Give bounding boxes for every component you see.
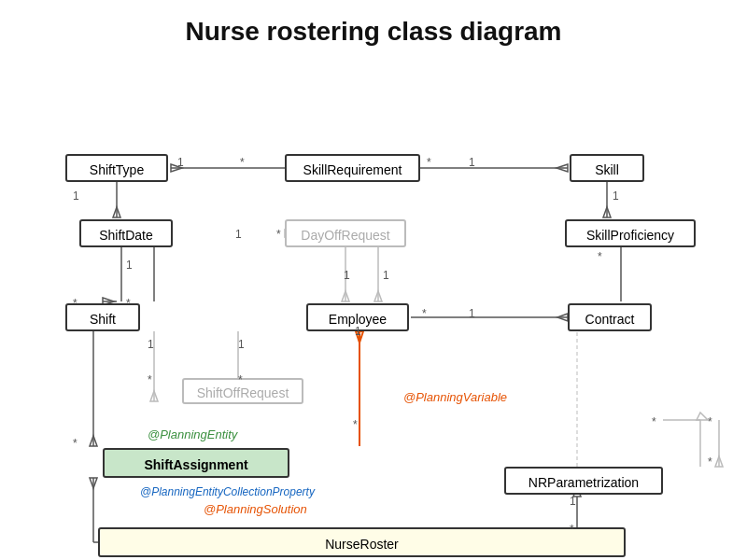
planning-variable-annotation: @PlanningVariable: [403, 390, 507, 404]
mult-9: 1: [235, 228, 242, 241]
svg-marker-3: [557, 164, 568, 172]
svg-marker-15: [342, 291, 349, 301]
mult-26: *: [708, 455, 712, 469]
planning-solution-annotation: @PlanningSolution: [204, 502, 307, 516]
svg-marker-39: [715, 456, 723, 467]
mult-24: *: [652, 415, 656, 428]
skillproficiency-box: SkillProficiency: [565, 219, 696, 247]
mult-17: *: [148, 373, 152, 386]
svg-marker-37: [697, 413, 708, 420]
planning-entity-annotation: @PlanningEntity: [148, 427, 237, 441]
mult-20: *: [353, 418, 358, 431]
mult-25: *: [708, 415, 712, 428]
nrparametrization-box: NRParametrization: [504, 467, 663, 495]
mult-1: 1: [177, 156, 184, 169]
shiftoffrequest-box: ShiftOffRequest: [182, 378, 303, 404]
mult-4: 1: [469, 156, 475, 169]
diagram-title: Nurse rostering class diagram: [0, 0, 747, 56]
svg-marker-34: [90, 478, 97, 488]
nurseroster-box: NurseRoster: [98, 527, 626, 557]
mult-27: 1: [570, 495, 576, 508]
skillrequirement-box: SkillRequirement: [285, 154, 420, 182]
svg-marker-5: [113, 207, 120, 217]
mult-22: 1: [613, 189, 619, 203]
mult-3: *: [427, 156, 431, 169]
mult-18: *: [238, 373, 243, 386]
shiftdate-box: ShiftDate: [79, 219, 173, 247]
shiftassignment-box: ShiftAssignment: [103, 448, 289, 478]
skill-box: Skill: [570, 154, 644, 182]
svg-marker-17: [374, 291, 382, 301]
mult-23: *: [598, 250, 602, 263]
svg-marker-26: [150, 391, 158, 401]
mult-8: *: [73, 297, 78, 310]
planning-entity-collection-annotation: @PlanningEntityCollectionProperty: [140, 485, 315, 498]
svg-marker-21: [603, 207, 611, 217]
diagram-area: Skill (open arrow right) -->: [9, 65, 738, 546]
mult-14: 1: [469, 307, 475, 320]
contract-box: Contract: [568, 303, 652, 331]
mult-28: *: [570, 523, 574, 536]
mult-10: *: [276, 228, 281, 241]
mult-12: 1: [383, 269, 389, 282]
shifttype-box: ShiftType: [65, 154, 168, 182]
mult-11: 1: [344, 269, 350, 282]
mult-7: *: [126, 297, 131, 310]
mult-15: 1: [148, 338, 154, 351]
mult-2: *: [240, 156, 245, 169]
mult-6: 1: [126, 259, 133, 272]
mult-13: *: [422, 307, 427, 320]
mult-19: *: [73, 437, 78, 450]
svg-marker-11: [90, 436, 97, 446]
svg-marker-19: [557, 314, 568, 321]
mult-21: 1: [355, 325, 361, 338]
mult-16: 1: [238, 338, 245, 351]
mult-5: 1: [73, 189, 79, 203]
dayoffrequest-box: DayOffRequest: [285, 219, 406, 247]
